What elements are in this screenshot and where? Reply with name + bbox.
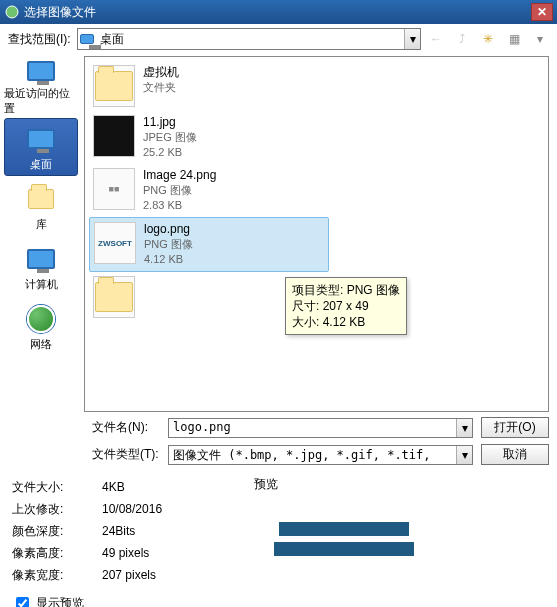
file-item-folder[interactable]: 虚拟机 文件夹 [89,61,329,111]
sidebar-item-label: 计算机 [25,277,58,292]
image-thumb-icon: ZWSOFT [94,222,136,264]
up-icon[interactable]: ⤴ [453,32,471,46]
filetype-value: 图像文件 (*.bmp, *.jpg, *.gif, *.tif, [169,446,456,464]
file-tooltip: 项目类型: PNG 图像 尺寸: 207 x 49 大小: 4.12 KB [285,277,407,335]
app-icon [4,4,20,20]
checkbox-input[interactable] [16,597,29,608]
window-title: 选择图像文件 [24,4,531,21]
tooltip-size: 大小: 4.12 KB [292,314,400,330]
network-icon [25,303,57,335]
file-item[interactable]: ■■ Image 24.png PNG 图像 2.83 KB [89,164,329,217]
file-type: PNG 图像 [143,183,216,198]
image-thumb-icon: ■■ [93,168,135,210]
prop-depth-value: 24Bits [102,520,135,542]
prop-width-value: 207 pixels [102,564,156,586]
chevron-down-icon[interactable]: ▾ [456,419,472,437]
sidebar-item-computer[interactable]: 计算机 [4,238,78,296]
chevron-down-icon[interactable]: ▾ [456,446,472,464]
places-sidebar: 最近访问的位置 桌面 库 计算机 网络 [0,54,82,414]
folder-icon [93,65,135,107]
prop-date-label: 上次修改: [12,498,102,520]
prop-depth-label: 颜色深度: [12,520,102,542]
svg-point-0 [6,6,18,18]
prop-date-value: 10/08/2016 [102,498,162,520]
tooltip-type: 项目类型: PNG 图像 [292,282,400,298]
file-type: 文件夹 [143,80,179,95]
toolbar-icons: ← ⤴ ✳ ▦ ▾ [427,32,549,46]
folder-icon [93,276,135,318]
views-icon[interactable]: ▦ [505,32,523,46]
tooltip-dimensions: 尺寸: 207 x 49 [292,298,400,314]
computer-icon [25,243,57,275]
prop-height-label: 像素高度: [12,542,102,564]
file-size: 2.83 KB [143,198,216,213]
file-name: 虚拟机 [143,65,179,80]
file-list[interactable]: 虚拟机 文件夹 11.jpg JPEG 图像 25.2 KB ■■ Image … [84,56,549,412]
preview-title: 预览 [254,476,545,493]
prop-size-label: 文件大小: [12,476,102,498]
file-item-selected[interactable]: ZWSOFT logo.png PNG 图像 4.12 KB [89,217,329,272]
lookin-toolbar: 查找范围(I): 桌面 ▾ ← ⤴ ✳ ▦ ▾ [0,24,557,54]
sidebar-item-network[interactable]: 网络 [4,298,78,356]
file-name: 11.jpg [143,115,197,130]
preview-image [254,499,434,579]
checkbox-label: 显示预览 [36,592,84,607]
filename-value: logo.png [169,419,456,437]
sidebar-item-label: 网络 [30,337,52,352]
desktop-icon [78,34,96,44]
lookin-value: 桌面 [96,31,404,48]
desktop-icon [25,123,57,155]
views-chevron-down-icon[interactable]: ▾ [531,32,549,46]
filetype-label: 文件类型(T): [92,446,160,463]
lookin-combo[interactable]: 桌面 ▾ [77,28,421,50]
file-type: PNG 图像 [144,237,193,252]
image-thumb-icon [93,115,135,157]
file-name: Image 24.png [143,168,216,183]
prop-height-value: 49 pixels [102,542,149,564]
lookin-label: 查找范围(I): [8,31,71,48]
libraries-icon [25,183,57,215]
file-size: 4.12 KB [144,252,193,267]
show-preview-checkbox[interactable]: 显示预览 [12,592,242,607]
preview-panel: 预览 [254,476,545,607]
filetype-select[interactable]: 图像文件 (*.bmp, *.jpg, *.gif, *.tif, ▾ [168,445,473,465]
file-properties: 文件大小:4KB 上次修改:10/08/2016 颜色深度:24Bits 像素高… [12,476,242,607]
filename-label: 文件名(N): [92,419,160,436]
chevron-down-icon[interactable]: ▾ [404,29,420,49]
sidebar-item-recent[interactable]: 最近访问的位置 [4,58,78,116]
sidebar-item-label: 桌面 [30,157,52,172]
file-size: 25.2 KB [143,145,197,160]
sidebar-item-libraries[interactable]: 库 [4,178,78,236]
new-folder-icon[interactable]: ✳ [479,32,497,46]
open-button[interactable]: 打开(O) [481,417,549,438]
sidebar-item-label: 最近访问的位置 [4,86,78,116]
cancel-button[interactable]: 取消 [481,444,549,465]
close-button[interactable]: ✕ [531,3,553,21]
prop-size-value: 4KB [102,476,125,498]
prop-width-label: 像素宽度: [12,564,102,586]
sidebar-item-label: 库 [36,217,47,232]
file-name: logo.png [144,222,193,237]
titlebar: 选择图像文件 ✕ [0,0,557,24]
filename-input[interactable]: logo.png ▾ [168,418,473,438]
file-item[interactable]: 11.jpg JPEG 图像 25.2 KB [89,111,329,164]
recent-icon [25,58,57,84]
file-type: JPEG 图像 [143,130,197,145]
back-icon[interactable]: ← [427,32,445,46]
sidebar-item-desktop[interactable]: 桌面 [4,118,78,176]
